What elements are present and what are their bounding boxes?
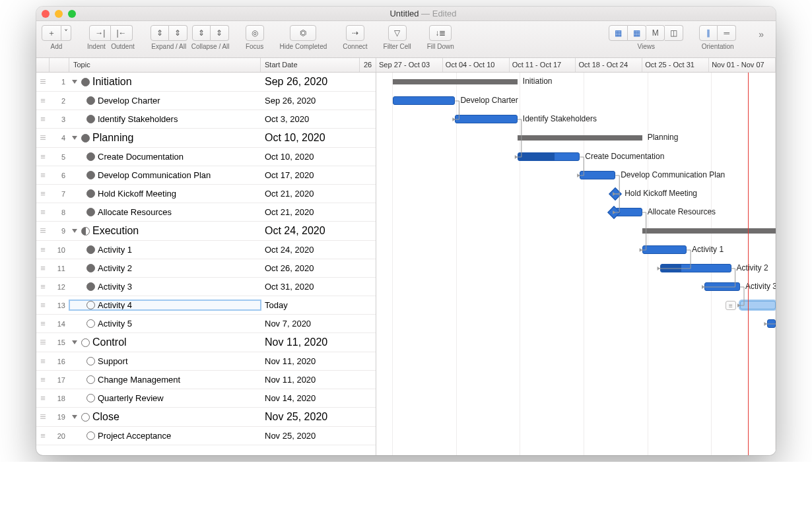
summary-bar[interactable] (518, 135, 642, 141)
toolbar-overflow-button[interactable]: » (752, 25, 770, 44)
task-row[interactable]: ≡17Change ManagementNov 11, 2020 (36, 371, 376, 389)
task-bar[interactable] (767, 319, 776, 328)
drag-handle-icon[interactable]: ≡ (36, 189, 50, 199)
fill-down-button[interactable]: ↓≣ (429, 25, 452, 41)
summary-bar[interactable] (642, 228, 776, 234)
minimize-icon[interactable] (55, 10, 63, 18)
expand-all-button[interactable]: ⇕ (169, 25, 187, 41)
status-icon[interactable] (86, 264, 95, 272)
task-bar[interactable] (518, 152, 580, 161)
status-icon[interactable] (86, 394, 95, 402)
task-row[interactable]: ≡13Activity 4Today (36, 296, 376, 315)
task-row[interactable]: ≡3Identify StakeholdersOct 3, 2020 (36, 110, 376, 129)
row-start-date[interactable]: Nov 25, 2020 (261, 411, 360, 423)
phase-row[interactable]: ≡15ControlNov 11, 2020 (36, 333, 376, 352)
drag-handle-icon[interactable]: ≡ (36, 356, 50, 366)
hide-completed-toggle[interactable]: ⏣ (290, 25, 316, 41)
task-bar[interactable] (642, 245, 687, 254)
drag-handle-icon[interactable]: ≡ (36, 431, 50, 441)
row-start-date[interactable]: Oct 24, 2020 (261, 245, 360, 255)
drag-handle-icon[interactable]: ≡ (36, 411, 50, 423)
collapse-button[interactable]: ⇕ (192, 25, 211, 41)
status-icon[interactable] (86, 96, 95, 105)
orientation-vertical-button[interactable]: ∥ (699, 25, 718, 41)
disclosure-triangle-icon[interactable] (72, 340, 77, 344)
status-icon[interactable] (86, 431, 95, 440)
status-icon[interactable] (86, 301, 95, 309)
task-bar[interactable] (660, 264, 731, 272)
disclosure-triangle-icon[interactable] (72, 136, 77, 140)
drag-handle-icon[interactable]: ≡ (36, 170, 50, 180)
status-icon[interactable] (86, 357, 95, 365)
disclosure-triangle-icon[interactable] (72, 80, 77, 84)
connect-button[interactable]: ⇢ (346, 25, 364, 41)
task-row[interactable]: ≡14Activity 5Nov 7, 2020 (36, 315, 376, 333)
drag-handle-icon[interactable]: ≡ (36, 76, 50, 88)
status-icon[interactable] (86, 171, 95, 179)
status-icon[interactable] (86, 152, 95, 161)
drag-handle-icon[interactable]: ≡ (36, 336, 50, 348)
disclosure-triangle-icon[interactable] (72, 229, 77, 233)
expand-button[interactable]: ⇕ (151, 25, 169, 41)
filter-cell-button[interactable]: ▽ (388, 25, 407, 41)
row-start-date[interactable]: Nov 11, 2020 (261, 375, 360, 385)
task-row[interactable]: ≡16SupportNov 11, 2020 (36, 352, 376, 371)
collapse-all-button[interactable]: ⇕ (211, 25, 229, 41)
phase-row[interactable]: ≡9ExecutionOct 24, 2020 (36, 222, 376, 241)
task-bar[interactable] (393, 96, 455, 105)
orientation-horizontal-button[interactable]: ═ (718, 25, 736, 41)
disclosure-triangle-icon[interactable] (72, 415, 77, 419)
column-topic[interactable]: Topic (69, 58, 261, 72)
summary-bar[interactable] (393, 79, 518, 84)
add-menu-button[interactable]: ˅ (61, 25, 71, 41)
task-row[interactable]: ≡8Allocate ResourcesOct 21, 2020 (36, 203, 376, 222)
task-row[interactable]: ≡12Activity 3Oct 31, 2020 (36, 278, 376, 296)
row-start-date[interactable]: Nov 11, 2020 (261, 336, 360, 348)
row-start-date[interactable]: Nov 14, 2020 (261, 393, 360, 403)
status-icon[interactable] (86, 245, 95, 254)
status-icon[interactable] (86, 208, 95, 216)
task-bar[interactable] (704, 282, 740, 291)
row-start-date[interactable]: Oct 31, 2020 (261, 282, 360, 292)
close-icon[interactable] (42, 10, 50, 18)
drag-handle-icon[interactable]: ≡ (36, 282, 50, 292)
row-start-date[interactable]: Oct 10, 2020 (261, 132, 360, 144)
status-icon[interactable] (86, 189, 95, 198)
drag-handle-icon[interactable] (726, 301, 736, 310)
indent-button[interactable]: →| (89, 25, 111, 41)
row-start-date[interactable]: Oct 21, 2020 (261, 189, 360, 199)
drag-handle-icon[interactable]: ≡ (36, 319, 50, 329)
row-start-date[interactable]: Nov 25, 2020 (261, 431, 360, 441)
status-icon[interactable] (86, 375, 95, 384)
row-start-date[interactable]: Oct 17, 2020 (261, 170, 360, 180)
row-start-date[interactable]: Sep 26, 2020 (261, 96, 360, 106)
phase-row[interactable]: ≡1InitiationSep 26, 2020 (36, 73, 376, 92)
status-icon[interactable] (86, 282, 95, 291)
drag-handle-icon[interactable]: ≡ (36, 96, 50, 106)
task-row[interactable]: ≡18Quarterly ReviewNov 14, 2020 (36, 389, 376, 408)
outdent-button[interactable]: |← (111, 25, 132, 41)
row-start-date[interactable]: Oct 21, 2020 (261, 207, 360, 217)
status-icon[interactable] (81, 78, 90, 86)
drag-handle-icon[interactable]: ≡ (36, 114, 50, 124)
view-4-button[interactable]: ◫ (665, 25, 683, 41)
drag-handle-icon[interactable]: ≡ (36, 393, 50, 403)
status-icon[interactable] (81, 227, 90, 236)
row-start-date[interactable]: Oct 26, 2020 (261, 263, 360, 273)
add-button[interactable]: ＋ (42, 25, 61, 41)
row-start-date[interactable]: Sep 26, 2020 (261, 76, 360, 88)
drag-handle-icon[interactable]: ≡ (36, 207, 50, 217)
task-row[interactable]: ≡7Hold Kickoff MeetingOct 21, 2020 (36, 185, 376, 203)
task-bar[interactable] (580, 171, 615, 179)
gantt-panel[interactable]: InitiationDevelop CharterIdentify Stakeh… (376, 73, 776, 455)
drag-handle-icon[interactable]: ≡ (36, 225, 50, 237)
view-3-button[interactable]: M (646, 25, 665, 41)
row-start-date[interactable]: Nov 7, 2020 (261, 319, 360, 329)
status-icon[interactable] (81, 338, 90, 347)
phase-row[interactable]: ≡4PlanningOct 10, 2020 (36, 129, 376, 148)
outline-panel[interactable]: ≡1InitiationSep 26, 2020≡2Develop Charte… (36, 73, 376, 455)
phase-row[interactable]: ≡19CloseNov 25, 2020 (36, 408, 376, 427)
status-icon[interactable] (81, 134, 90, 142)
task-row[interactable]: ≡10Activity 1Oct 24, 2020 (36, 241, 376, 259)
task-row[interactable]: ≡20Project AcceptanceNov 25, 2020 (36, 427, 376, 445)
